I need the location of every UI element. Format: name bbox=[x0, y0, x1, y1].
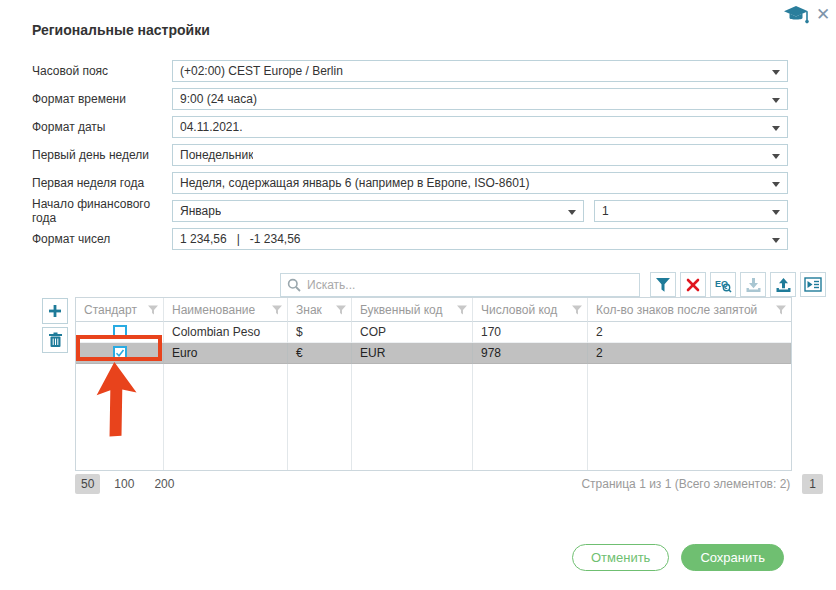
fiscal-year-month-select[interactable]: Январь bbox=[172, 200, 584, 222]
select-value: Понедельник bbox=[180, 148, 253, 162]
standard-cell bbox=[76, 343, 164, 364]
column-filter-icon[interactable] bbox=[456, 304, 468, 316]
chevron-down-icon bbox=[568, 210, 576, 215]
form-row-fiscal-year: Начало финансового года Январь 1 bbox=[32, 200, 788, 222]
page-size-100[interactable]: 100 bbox=[108, 474, 140, 494]
standard-checkbox-checked[interactable] bbox=[113, 346, 127, 360]
number-format-select[interactable]: 1 234,56 | -1 234,56 bbox=[172, 228, 788, 250]
standard-cell bbox=[76, 322, 164, 343]
sign-cell: $ bbox=[288, 322, 352, 343]
sign-cell: € bbox=[288, 343, 352, 364]
table-header-row: Стандарт Наименование Знак Буквенный код… bbox=[76, 298, 791, 322]
search-input[interactable] bbox=[307, 278, 633, 292]
search-box[interactable] bbox=[280, 273, 640, 297]
add-currency-button[interactable] bbox=[42, 298, 68, 324]
fiscal-year-day-select[interactable]: 1 bbox=[594, 200, 788, 222]
first-week-of-year-select[interactable]: Неделя, содержащая январь 6 (например в … bbox=[172, 172, 788, 194]
export-button[interactable] bbox=[770, 272, 796, 297]
select-value: 1 bbox=[602, 204, 609, 218]
select-value: 04.11.2021. bbox=[180, 120, 243, 134]
date-format-select[interactable]: 04.11.2021. bbox=[172, 116, 788, 138]
tutorial-graduation-cap-icon[interactable] bbox=[784, 5, 810, 27]
decimals-cell: 2 bbox=[588, 322, 791, 343]
column-header-decimals[interactable]: Кол-во знаков после запятой bbox=[588, 298, 791, 322]
name-cell: Euro bbox=[164, 343, 288, 364]
column-filter-icon[interactable] bbox=[147, 304, 159, 316]
chevron-down-icon bbox=[772, 126, 780, 131]
column-filter-icon[interactable] bbox=[571, 304, 583, 316]
search-icon bbox=[287, 278, 301, 292]
form-row-first-day: Первый день недели Понедельник bbox=[32, 144, 788, 166]
field-label: Формат времени bbox=[32, 92, 172, 106]
chevron-down-icon bbox=[772, 238, 780, 243]
page-number-button[interactable]: 1 bbox=[802, 474, 823, 494]
grid-toolbar: EQ bbox=[75, 272, 826, 297]
form-row-date-format: Формат даты 04.11.2021. bbox=[32, 116, 788, 138]
table-empty-area bbox=[76, 364, 791, 470]
page-size-200[interactable]: 200 bbox=[148, 474, 180, 494]
currencies-table: Стандарт Наименование Знак Буквенный код… bbox=[75, 297, 792, 471]
column-filter-icon[interactable] bbox=[271, 304, 283, 316]
footer-actions: Отменить Сохранить bbox=[572, 544, 784, 571]
page-info: Страница 1 из 1 (Всего элементов: 2) bbox=[581, 477, 790, 491]
field-label: Формат даты bbox=[32, 120, 172, 134]
table-row-colombian-peso[interactable]: Colombian Peso $ COP 170 2 bbox=[76, 322, 791, 343]
first-day-of-week-select[interactable]: Понедельник bbox=[172, 144, 788, 166]
numeric-code-cell: 170 bbox=[473, 322, 588, 343]
import-icon bbox=[745, 277, 762, 293]
table-row-euro[interactable]: Euro € EUR 978 2 bbox=[76, 343, 791, 364]
clear-filter-button[interactable] bbox=[680, 272, 706, 297]
close-icon[interactable]: ✕ bbox=[813, 5, 833, 25]
form-row-timezone: Часовой пояс (+02:00) CEST Europe / Berl… bbox=[32, 60, 788, 82]
column-filter-icon[interactable] bbox=[335, 304, 347, 316]
page-size-50[interactable]: 50 bbox=[75, 474, 100, 494]
column-header-standard[interactable]: Стандарт bbox=[76, 298, 164, 322]
check-icon bbox=[115, 348, 125, 358]
filter-button[interactable] bbox=[650, 272, 676, 297]
column-header-label: Числовой код bbox=[481, 303, 557, 317]
numeric-code-cell: 978 bbox=[473, 343, 588, 364]
decimals-cell: 2 bbox=[588, 343, 791, 364]
search-panel-button[interactable]: EQ bbox=[710, 272, 736, 297]
column-header-name[interactable]: Наименование bbox=[164, 298, 288, 322]
page-title: Региональные настройки bbox=[32, 22, 210, 38]
column-header-label: Буквенный код bbox=[360, 303, 443, 317]
form-row-time-format: Формат времени 9:00 (24 часа) bbox=[32, 88, 788, 110]
timezone-select[interactable]: (+02:00) CEST Europe / Berlin bbox=[172, 60, 788, 82]
field-label: Начало финансового года bbox=[32, 197, 172, 225]
clear-filter-icon bbox=[685, 277, 701, 293]
column-header-label: Стандарт bbox=[84, 303, 137, 317]
standard-checkbox[interactable] bbox=[113, 325, 127, 339]
plus-icon bbox=[47, 303, 63, 319]
column-chooser-button[interactable] bbox=[800, 272, 826, 297]
time-format-select[interactable]: 9:00 (24 часа) bbox=[172, 88, 788, 110]
save-button[interactable]: Сохранить bbox=[681, 544, 784, 571]
import-button[interactable] bbox=[740, 272, 766, 297]
chevron-down-icon bbox=[772, 210, 780, 215]
search-panel-icon: EQ bbox=[714, 276, 732, 293]
pagination-bar: 50 100 200 Страница 1 из 1 (Всего элемен… bbox=[75, 474, 823, 494]
chevron-down-icon bbox=[772, 98, 780, 103]
chevron-down-icon bbox=[772, 154, 780, 159]
filter-icon bbox=[654, 276, 672, 293]
column-header-numeric-code[interactable]: Числовой код bbox=[473, 298, 588, 322]
export-icon bbox=[775, 277, 792, 293]
column-chooser-icon bbox=[804, 277, 822, 292]
column-filter-icon[interactable] bbox=[775, 304, 787, 316]
name-cell: Colombian Peso bbox=[164, 322, 288, 343]
form-row-number-format: Формат чисел 1 234,56 | -1 234,56 bbox=[32, 228, 788, 250]
chevron-down-icon bbox=[772, 70, 780, 75]
regional-settings-form: Часовой пояс (+02:00) CEST Europe / Berl… bbox=[32, 60, 788, 256]
cancel-button[interactable]: Отменить bbox=[572, 544, 669, 571]
delete-currency-button[interactable] bbox=[42, 327, 68, 353]
select-value: 1 234,56 | -1 234,56 bbox=[180, 232, 301, 246]
field-label: Формат чисел bbox=[32, 232, 172, 246]
column-header-label: Знак bbox=[296, 303, 322, 317]
column-header-sign[interactable]: Знак bbox=[288, 298, 352, 322]
trash-icon bbox=[48, 332, 63, 348]
letter-code-cell: EUR bbox=[352, 343, 473, 364]
column-header-label: Наименование bbox=[172, 303, 255, 317]
column-header-letter-code[interactable]: Буквенный код bbox=[352, 298, 473, 322]
field-label: Первая неделя года bbox=[32, 176, 172, 190]
field-label: Часовой пояс bbox=[32, 64, 172, 78]
